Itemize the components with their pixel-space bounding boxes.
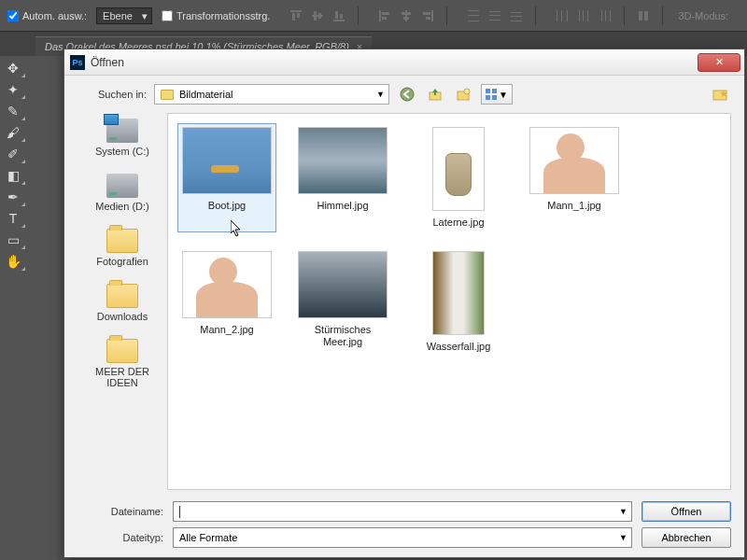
wand-tool-icon[interactable]: ✦ — [0, 79, 26, 100]
sidebar-item[interactable]: System (C:) — [80, 119, 164, 157]
svg-rect-16 — [423, 12, 430, 15]
sidebar-item[interactable]: Medien (D:) — [80, 174, 164, 212]
sidebar-item-label: System (C:) — [95, 146, 149, 157]
file-name: Laterne.jpg — [432, 217, 484, 229]
layer-dropdown[interactable]: Ebene — [96, 7, 152, 24]
svg-rect-45 — [492, 95, 497, 100]
align-hcenter-icon[interactable] — [397, 7, 416, 25]
file-item[interactable]: Himmel.jpg — [293, 123, 392, 232]
svg-rect-20 — [468, 21, 479, 21]
places-sidebar: System (C:)Medien (D:)FotografienDownloa… — [78, 113, 167, 490]
folder-icon — [106, 284, 138, 308]
thumbnail — [298, 127, 388, 194]
align-bottom-icon[interactable] — [330, 7, 348, 25]
file-item[interactable]: Mann_2.jpg — [177, 247, 276, 357]
transform-checkbox[interactable]: Transformationsstrg. — [162, 10, 270, 21]
move-tool-icon[interactable]: ✥ — [0, 58, 26, 78]
sidebar-item-label: Downloads — [97, 311, 148, 322]
align-right-icon[interactable] — [418, 7, 437, 25]
gradient-tool-icon[interactable]: ◧ — [0, 165, 26, 186]
rectangle-tool-icon[interactable]: ▭ — [0, 230, 26, 250]
svg-rect-33 — [601, 10, 602, 21]
dialog-toolbar: Suchen in: Bildmaterial ▼ ▼ — [64, 76, 744, 113]
favorites-button[interactable] — [711, 84, 731, 105]
auto-select-checkbox[interactable]: Autom. ausw.: — [7, 10, 87, 21]
svg-rect-9 — [379, 10, 381, 21]
svg-rect-22 — [489, 15, 500, 16]
folder-icon — [106, 339, 138, 363]
svg-point-38 — [401, 88, 414, 101]
thumbnail — [432, 251, 485, 335]
svg-rect-36 — [639, 11, 642, 21]
file-item[interactable]: Stürmisches Meer.jpg — [293, 247, 392, 357]
distribute-vcenter-icon[interactable] — [486, 7, 504, 25]
svg-rect-2 — [297, 13, 300, 18]
svg-rect-19 — [468, 15, 479, 16]
separator — [535, 7, 536, 25]
thumbnail — [182, 127, 272, 194]
svg-rect-32 — [587, 10, 588, 21]
back-button[interactable] — [397, 84, 417, 105]
align-left-icon[interactable] — [375, 7, 394, 25]
file-item[interactable]: Mann_1.jpg — [525, 123, 624, 232]
align-vcenter-icon[interactable] — [308, 7, 327, 25]
sidebar-item[interactable]: Downloads — [80, 284, 164, 322]
brush-tool-icon[interactable]: 🖌 — [0, 122, 26, 143]
drive-icon — [106, 119, 138, 143]
pen-tool-icon[interactable]: ✒ — [0, 187, 26, 207]
file-name: Stürmisches Meer.jpg — [297, 324, 388, 348]
photoshop-icon: Ps — [70, 55, 85, 70]
up-folder-button[interactable] — [425, 84, 445, 105]
separator — [662, 7, 663, 25]
distribute-top-icon[interactable] — [464, 7, 483, 25]
filetype-dropdown[interactable]: Alle Formate ▼ — [173, 527, 632, 548]
type-tool-icon[interactable]: T — [0, 208, 26, 229]
svg-point-41 — [464, 89, 470, 94]
separator — [358, 7, 359, 25]
close-button[interactable]: ✕ — [698, 53, 740, 72]
folder-dropdown[interactable]: Bildmaterial ▼ — [154, 84, 389, 105]
cancel-button[interactable]: Abbrechen — [641, 527, 731, 548]
svg-rect-3 — [312, 15, 323, 17]
svg-rect-23 — [489, 20, 500, 21]
view-menu-button[interactable]: ▼ — [481, 84, 513, 105]
filetype-label: Dateityp: — [78, 532, 163, 543]
sidebar-item-label: Fotografien — [96, 256, 148, 267]
align-top-icon[interactable] — [287, 7, 305, 25]
file-item[interactable]: Boot.jpg — [177, 123, 276, 232]
auto-select-input[interactable] — [7, 10, 19, 21]
sidebar-item[interactable]: MEER DER IDEEN — [80, 339, 164, 388]
distribute-right-icon[interactable] — [596, 7, 614, 25]
svg-rect-37 — [644, 11, 648, 21]
auto-align-icon[interactable] — [634, 7, 653, 25]
eyedropper-tool-icon[interactable]: ✎ — [0, 101, 26, 121]
history-brush-tool-icon[interactable]: ✐ — [0, 144, 26, 164]
tools-panel: ✥ ✦ ✎ 🖌 ✐ ◧ ✒ T ▭ ✋ — [0, 56, 28, 273]
svg-rect-34 — [605, 10, 606, 21]
drive-icon — [106, 174, 138, 198]
sidebar-item-label: MEER DER IDEEN — [80, 366, 164, 388]
thumbnail — [298, 251, 388, 318]
distribute-buttons-2 — [553, 7, 614, 25]
new-folder-button[interactable] — [453, 84, 473, 105]
svg-rect-5 — [318, 13, 321, 19]
distribute-bottom-icon[interactable] — [507, 7, 526, 25]
sidebar-item[interactable]: Fotografien — [80, 229, 164, 267]
svg-rect-21 — [489, 11, 500, 12]
file-browser[interactable]: Boot.jpgHimmel.jpgLaterne.jpgMann_1.jpgM… — [167, 113, 731, 490]
dialog-titlebar[interactable]: Ps Öffnen ✕ — [64, 49, 744, 76]
separator — [624, 7, 625, 25]
hand-tool-icon[interactable]: ✋ — [0, 251, 26, 272]
file-item[interactable]: Wasserfall.jpg — [409, 247, 508, 357]
svg-rect-29 — [567, 10, 568, 21]
svg-rect-44 — [486, 95, 490, 100]
distribute-hcenter-icon[interactable] — [574, 7, 593, 25]
distribute-left-icon[interactable] — [553, 7, 571, 25]
svg-rect-1 — [292, 13, 295, 21]
svg-rect-4 — [314, 11, 317, 21]
filename-input[interactable]: ▼ — [173, 501, 632, 522]
open-button[interactable]: Öffnen — [641, 501, 731, 522]
transform-input[interactable] — [162, 10, 173, 21]
file-item[interactable]: Laterne.jpg — [409, 123, 508, 232]
file-name: Himmel.jpg — [317, 200, 368, 212]
